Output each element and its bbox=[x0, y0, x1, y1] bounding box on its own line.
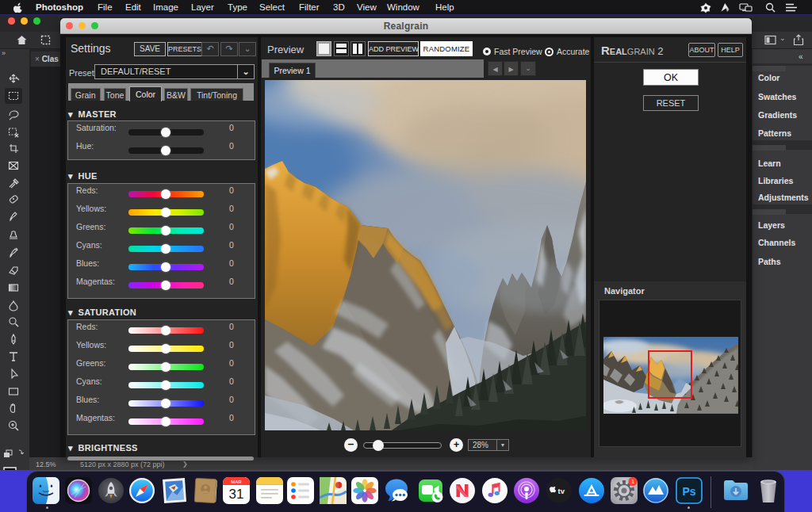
svg-text:Ps: Ps bbox=[682, 485, 695, 498]
svg-text:31: 31 bbox=[229, 487, 244, 502]
svg-text:tv: tv bbox=[558, 487, 565, 495]
svg-text:1: 1 bbox=[631, 478, 634, 485]
svg-text:MAR: MAR bbox=[231, 480, 242, 484]
